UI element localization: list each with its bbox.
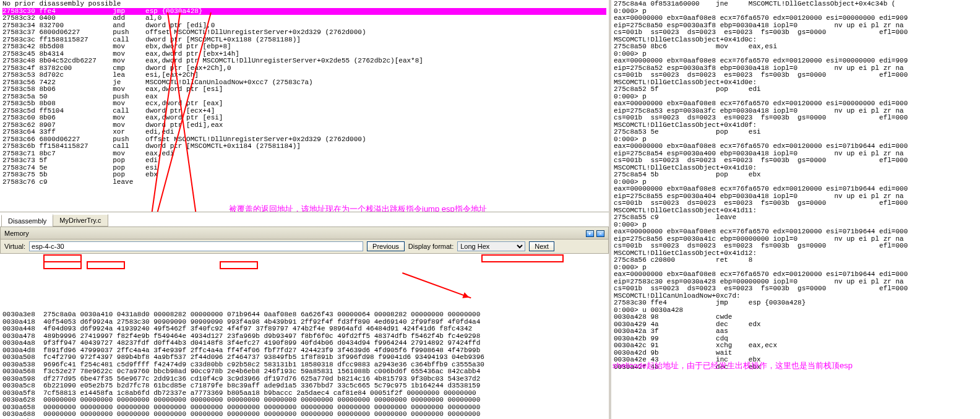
tab-disassembly[interactable]: Disassembly bbox=[1, 215, 53, 227]
redbox-3 bbox=[87, 261, 125, 269]
output-line: eax=00000000 ebx=0aaf08e8 ecx=76fa6570 e… bbox=[614, 15, 978, 22]
display-format-label: Display format: bbox=[408, 243, 453, 250]
memory-title: Memory bbox=[4, 230, 29, 237]
output-line: 275c8a54 5b pop ebx bbox=[614, 171, 978, 179]
output-line: cs=001b ss=0023 ds=0023 es=0023 fs=003b … bbox=[614, 243, 978, 250]
memory-row: 0030a3e8 275c8a0a 0030a410 0431a8d0 0000… bbox=[2, 311, 606, 319]
disasm-row[interactable]: 27583c76 c9 leave bbox=[2, 179, 606, 186]
virtual-label: Virtual: bbox=[4, 243, 25, 250]
memory-toolbar: Virtual: Previous Display format: Long H… bbox=[0, 240, 609, 254]
output-line: eax=00000000 ebx=0aaf08e8 ecx=76fa6570 e… bbox=[614, 58, 978, 65]
disasm-row[interactable]: 27583c32 0400 add al,0 bbox=[2, 15, 606, 22]
output-line: 275c8a53 5e pop esi bbox=[614, 129, 978, 136]
output-line: eax=00000000 ebx=0aaf08e8 ecx=76fa6570 e… bbox=[614, 143, 978, 150]
redbox-5 bbox=[481, 254, 564, 262]
output-line: 275c8a56 c20800 ret 8 bbox=[614, 257, 978, 264]
disasm-row[interactable]: 27583c5b 8b08 mov ecx,dword ptr [eax] bbox=[2, 100, 606, 108]
output-line: cs=001b ss=0023 ds=0023 es=0023 fs=003b … bbox=[614, 114, 978, 122]
disasm-row[interactable]: 27583c75 5b pop ebx bbox=[2, 171, 606, 179]
annotation-return-address: 被覆盖的返回地址，该地址现在为一个栈溢出跳板指令jump esp指令地址 bbox=[229, 205, 487, 212]
output-line: eax=00000000 ebx=0aaf08e8 ecx=76fa6570 e… bbox=[614, 228, 978, 236]
output-line: cs=001b ss=0023 ds=0023 es=0023 fs=003b … bbox=[614, 157, 978, 165]
tab-mydrivertry[interactable]: MyDriverTry.c bbox=[53, 214, 108, 227]
memory-row: 0030a688 00000000 00000000 00000000 0000… bbox=[2, 411, 606, 418]
disasm-row[interactable]: 27583c73 5f pop edi bbox=[2, 157, 606, 165]
output-line: 0030a428 98 cwde bbox=[614, 314, 978, 321]
disassembly-panel: No prior disassembly possible 27583c30 f… bbox=[0, 0, 609, 212]
output-line: eax=00000000 ebx=0aaf08e8 ecx=76fa6570 e… bbox=[614, 271, 978, 279]
output-line: 0030a42c 91 xchg eax,ecx bbox=[614, 342, 978, 350]
memory-row: 0030a508 fc4f2790 972f4397 989b4bf8 4a9b… bbox=[2, 354, 606, 361]
disasm-row[interactable]: 27583c64 33ff xor edi,edi bbox=[2, 129, 606, 136]
output-line: eax=00000000 ebx=0aaf08e8 ecx=76fa6570 e… bbox=[614, 186, 978, 193]
previous-button[interactable]: Previous bbox=[367, 241, 405, 251]
window-controls: ▾ × bbox=[585, 229, 604, 237]
annotation-shellcode: shellcode起始地址，由于已经发生出栈操作，这里也是当前栈顶esp bbox=[612, 360, 853, 371]
disasm-row[interactable]: 27583c37 6800d06227 push offset MSCOMCTL… bbox=[2, 29, 606, 37]
redbox-2 bbox=[43, 261, 82, 269]
memory-row: 0030a4a8 9f3ff947 40439727 48237fdf d0ff… bbox=[2, 340, 606, 347]
next-button[interactable]: Next bbox=[529, 241, 554, 251]
output-line: 27583c30 ffe4 jmp esp {0030a428} bbox=[614, 300, 978, 307]
output-line: 275c8a50 8bc6 mov eax,esi bbox=[614, 43, 978, 51]
disasm-row[interactable]: 27583c53 8d702c lea esi,[eax+2Ch] bbox=[2, 72, 606, 79]
dropdown-icon[interactable]: ▾ bbox=[586, 230, 594, 237]
output-line: cs=001b ss=0023 ds=0023 es=0023 fs=003b … bbox=[614, 29, 978, 37]
arrow-to-shellcode bbox=[402, 272, 471, 298]
output-line: 0030a42a 3f aas bbox=[614, 328, 978, 335]
output-line: cs=001b ss=0023 ds=0023 es=0023 fs=003b … bbox=[614, 200, 978, 207]
disasm-row[interactable]: 27583c48 8b04c52cdb6227 mov eax,dword pt… bbox=[2, 58, 606, 65]
disasm-row[interactable]: 27583c58 8b06 mov eax,dword ptr [esi] bbox=[2, 86, 606, 93]
output-line: cs=001b ss=0023 ds=0023 es=0023 fs=003b … bbox=[614, 285, 978, 293]
memory-titlebar: Memory ▾ × bbox=[0, 227, 609, 240]
output-line: 275c8a55 c9 leave bbox=[614, 214, 978, 222]
memory-row: 0030a568 f3c52e27 78e9622c 0c7a9760 bbcb… bbox=[2, 368, 606, 376]
tab-bar: Disassembly MyDriverTry.c bbox=[0, 212, 609, 227]
display-format-select[interactable]: Long Hex bbox=[457, 241, 525, 251]
disasm-row[interactable]: 27583c60 8b06 mov eax,dword ptr [esi] bbox=[2, 114, 606, 122]
virtual-input[interactable] bbox=[29, 241, 363, 251]
output-line: 275c8a52 5f pop edi bbox=[614, 86, 978, 93]
redbox-4 bbox=[220, 261, 258, 269]
command-output-panel[interactable]: 275c8a4a 0f8531a60000 jne MSCOMCTL!DllGe… bbox=[611, 0, 980, 419]
disasm-row[interactable]: 27583c42 8b5d08 mov ebx,dword ptr [ebp+8… bbox=[2, 43, 606, 51]
memory-dump[interactable]: 0030a3e8 275c8a0a 0030a410 0431a8d0 0000… bbox=[0, 254, 609, 419]
memory-row: 0030a5c8 6b221090 e05e2b75 b2d7fc78 61bc… bbox=[2, 382, 606, 390]
close-icon[interactable]: × bbox=[596, 230, 604, 237]
redbox-1 bbox=[43, 254, 82, 262]
memory-row: 0030a448 4f04d093 d6f9924a 41939240 49f5… bbox=[2, 326, 606, 333]
memory-row: 0030a628 00000000 00000000 00000000 0000… bbox=[2, 397, 606, 404]
output-line: 275c8a4a 0f8531a60000 jne MSCOMCTL!DllGe… bbox=[614, 1, 978, 8]
disasm-header: No prior disassembly possible bbox=[2, 1, 606, 8]
output-line: eax=00000000 ebx=0aaf08e8 ecx=76fa6570 e… bbox=[614, 100, 978, 108]
disasm-row[interactable]: 27583c6b ff1584115827 call dword ptr [MS… bbox=[2, 143, 606, 150]
output-line: cs=001b ss=0023 ds=0023 es=0023 fs=003b … bbox=[614, 72, 978, 79]
